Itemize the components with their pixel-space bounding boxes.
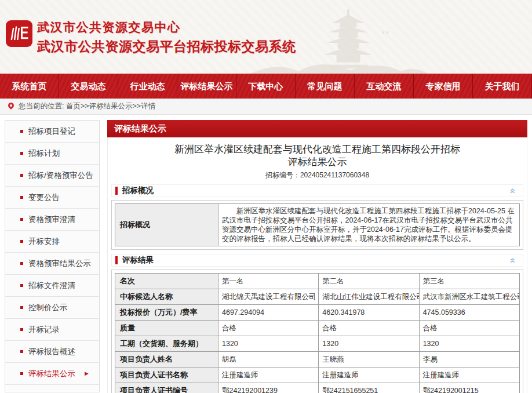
square-bullet-icon	[20, 306, 23, 309]
birds-watermark-icon: ᵛᵛ	[382, 30, 391, 36]
result-header-row: 名次第一名第二名第三名	[115, 274, 520, 289]
overview-text: 新洲区举水灌区续建配套与现代化改造工程施工第四标段工程施工招标于2024-05-…	[222, 206, 516, 243]
site-banner: 武汉市公共资源交易中心 武汉市公共资源交易平台招标投标交易系统 ᵛᵛ	[0, 0, 532, 74]
result-cell: 注册建造师	[218, 367, 319, 383]
result-cell: 注册建造师	[319, 367, 419, 383]
square-bullet-icon	[20, 218, 23, 221]
main-content: 评标结果公示 新洲区举水灌区续建配套与现代化改造工程施工第四标段公开招标 评标结…	[107, 120, 527, 393]
result-row-label: 项目负责人证书编号	[115, 383, 218, 393]
section-accent-bar	[115, 256, 118, 264]
nav-item-5[interactable]: 常见问题	[296, 74, 355, 99]
section-header-result: 评标结果 «	[111, 254, 523, 267]
result-cell: 1320	[319, 336, 419, 352]
section-label-overview: 招标概况	[122, 185, 154, 196]
result-box: 名次第一名第二名第三名中标候选人名称湖北锦天禹建设工程有限公司湖北山江伟业建设工…	[111, 270, 523, 393]
square-bullet-icon	[20, 262, 23, 265]
content-layout: 招标项目登记招标计划招标/资格预审公告变更公告资格预审澄清开标安排资格预审结果公…	[0, 115, 532, 393]
nav-item-8[interactable]: 关于我们	[473, 74, 532, 99]
site-logo-icon	[6, 20, 32, 47]
sidebar-item-label: 资格预审结果公示	[28, 259, 91, 269]
nav-item-3[interactable]: 评标结果公示	[177, 74, 236, 99]
result-row-label: 项目负责人姓名	[115, 352, 218, 367]
location-pin-icon	[7, 101, 15, 110]
result-col-header-3: 第三名	[419, 274, 519, 289]
sidebar-item-0[interactable]: 招标项目登记	[5, 121, 99, 143]
result-cell: 4620.341978	[319, 305, 419, 321]
collapse-icon[interactable]: «	[508, 257, 518, 263]
result-cell: 合格	[218, 321, 319, 336]
nav-item-4[interactable]: 下载中心	[236, 74, 296, 99]
table-row: 项目负责人姓名胡磊王晓燕李易	[115, 352, 520, 367]
mountain-watermark-icon	[249, 56, 429, 74]
square-bullet-icon	[20, 350, 23, 353]
collapse-icon[interactable]: «	[508, 188, 518, 193]
square-bullet-icon	[20, 240, 23, 243]
sidebar-item-label: 资格预审澄清	[28, 214, 75, 225]
section-accent-bar	[115, 187, 118, 195]
table-row: 质量合格合格合格	[115, 321, 520, 336]
sidebar-item-label: 评标结果公示	[28, 369, 75, 379]
nav-item-1[interactable]: 交易动态	[59, 74, 118, 99]
table-row: 中标候选人名称湖北锦天禹建设工程有限公司湖北山江伟业建设工程有限公司武汉市新洲区…	[115, 289, 520, 305]
table-row: 项目负责人证书名称注册建造师注册建造师注册建造师	[115, 367, 520, 383]
square-bullet-icon	[20, 328, 23, 331]
result-row-label: 质量	[115, 321, 218, 336]
result-col-header-1: 第一名	[218, 274, 319, 289]
tender-number: 招标编号：202405241137060348	[111, 170, 523, 180]
site-title: 武汉市公共资源交易中心 武汉市公共资源交易平台招标投标交易系统	[37, 19, 296, 56]
result-cell: 4697.294094	[218, 305, 319, 321]
sidebar-menu: 招标项目登记招标计划招标/资格预审公告变更公告资格预审澄清开标安排资格预审结果公…	[5, 120, 100, 392]
sidebar-item-label: 招标文件澄清	[28, 281, 75, 291]
square-bullet-icon	[20, 174, 23, 177]
square-bullet-icon	[20, 130, 23, 133]
table-row: 投标报价（万元）/费率4697.2940944620.3419784745.05…	[115, 305, 520, 321]
sidebar-item-10[interactable]: 评标报告概述	[5, 341, 99, 363]
nav-item-6[interactable]: 互动交流	[355, 74, 414, 99]
nav-item-2[interactable]: 行业动态	[118, 74, 177, 99]
sidebar-item-7[interactable]: 招标文件澄清	[5, 275, 99, 297]
result-cell: 湖北锦天禹建设工程有限公司	[218, 289, 319, 305]
result-table: 名次第一名第二名第三名中标候选人名称湖北锦天禹建设工程有限公司湖北山江伟业建设工…	[115, 273, 520, 393]
square-bullet-icon	[20, 152, 23, 155]
result-row-label: 投标报价（万元）/费率	[115, 305, 218, 321]
section-header-overview: 招标概况 «	[111, 184, 523, 197]
result-cell: 鄂242192001239	[218, 383, 319, 393]
result-cell: 鄂242151655251	[319, 383, 419, 393]
result-cell: 王晓燕	[319, 352, 419, 367]
result-row-label: 中标候选人名称	[115, 289, 218, 305]
sidebar-item-label: 招标计划	[28, 148, 60, 159]
nav-item-7[interactable]: 专家信用	[414, 74, 473, 99]
sidebar-item-1[interactable]: 招标计划	[5, 143, 99, 165]
overview-box: 招标概况 新洲区举水灌区续建配套与现代化改造工程施工第四标段工程施工招标于202…	[111, 200, 523, 250]
result-cell: 合格	[319, 321, 419, 336]
page: 武汉市公共资源交易中心 武汉市公共资源交易平台招标投标交易系统 ᵛᵛ 系统首页交…	[0, 0, 532, 393]
nav-item-0[interactable]: 系统首页	[0, 74, 59, 99]
result-cell: 4745.059336	[419, 305, 519, 321]
sidebar-item-label: 评标报告概述	[28, 347, 75, 357]
result-cell: 1320	[419, 336, 519, 352]
sidebar-item-9[interactable]: 开标记录	[5, 319, 99, 341]
square-bullet-icon	[20, 372, 23, 375]
sidebar-item-11[interactable]: 评标结果公示►	[5, 363, 99, 385]
sidebar-item-6[interactable]: 资格预审结果公示	[5, 253, 99, 275]
sidebar-item-3[interactable]: 变更公告	[5, 187, 99, 209]
sidebar-item-label: 开标记录	[28, 325, 60, 335]
document-title-line1: 新洲区举水灌区续建配套与现代化改造工程施工第四标段公开招标	[111, 143, 523, 156]
sidebar-item-4[interactable]: 资格预审澄清	[5, 209, 99, 231]
breadcrumb[interactable]: 您当前的位置: 首页>>评标结果公示>>详情	[19, 101, 155, 111]
document-title-line2: 评标结果公示	[111, 156, 523, 169]
main-body: 新洲区举水灌区续建配套与现代化改造工程施工第四标段公开招标 评标结果公示 招标编…	[107, 137, 527, 393]
result-cell: 胡磊	[218, 352, 319, 367]
square-bullet-icon	[20, 196, 23, 199]
result-cell: 武汉市新洲区水工建筑工程公司	[419, 289, 519, 305]
result-cell: 李易	[419, 352, 519, 367]
section-label-result: 评标结果	[122, 255, 154, 265]
sidebar-item-8[interactable]: 控制价公示	[5, 297, 99, 319]
sidebar-item-5[interactable]: 开标安排	[5, 231, 99, 253]
breadcrumb-bar: 您当前的位置: 首页>>评标结果公示>>详情	[0, 99, 532, 115]
table-row: 工期（交货期、服务期）132013201320	[115, 336, 520, 352]
sidebar-item-label: 变更公告	[28, 192, 60, 203]
sidebar-item-label: 招标项目登记	[28, 126, 75, 137]
sidebar-item-2[interactable]: 招标/资格预审公告	[5, 165, 99, 187]
result-row-label: 工期（交货期、服务期）	[115, 336, 218, 352]
